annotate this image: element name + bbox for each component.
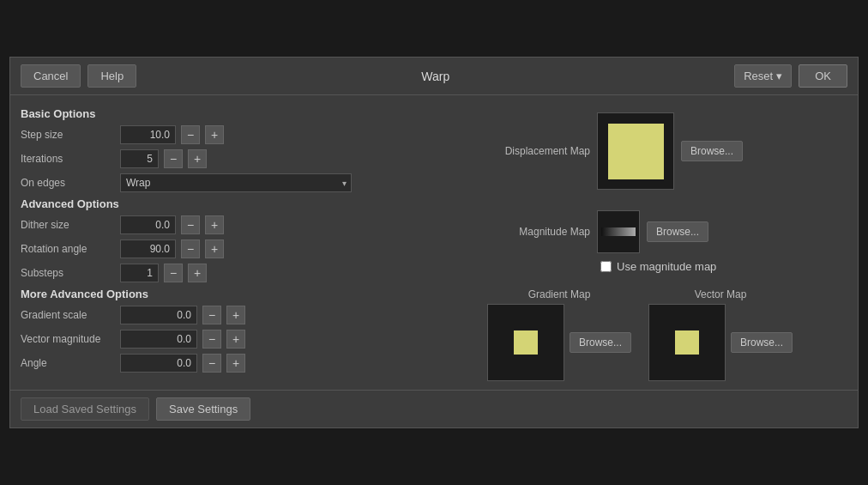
step-size-label: Step size [21,129,115,141]
on-edges-select-wrap: Wrap Smear Black ▾ [120,173,352,192]
vector-map-preview [648,304,726,381]
iterations-input[interactable] [120,149,159,168]
on-edges-label: On edges [21,177,115,189]
step-size-input[interactable] [120,125,176,144]
on-edges-row: On edges Wrap Smear Black ▾ [21,173,470,192]
gradient-map-row: Browse... [487,304,631,381]
save-settings-button[interactable]: Save Settings [156,397,250,421]
displacement-map-section: Displacement Map Browse... [487,112,847,190]
step-size-increment[interactable]: + [205,125,224,144]
magnitude-map-label: Magnitude Map [487,226,590,238]
gradient-map-preview [487,304,564,381]
iterations-increment[interactable]: + [188,149,207,168]
help-button[interactable]: Help [87,64,136,88]
angle-decrement[interactable]: − [202,354,221,373]
gradient-scale-decrement[interactable]: − [202,306,221,324]
basic-options-title: Basic Options [21,107,470,120]
advanced-options-title: Advanced Options [21,197,470,210]
magnitude-map-browse-button[interactable]: Browse... [647,221,708,242]
substeps-decrement[interactable]: − [164,264,183,282]
use-magnitude-row: Use magnitude map [600,260,847,273]
load-settings-button[interactable]: Load Saved Settings [21,397,149,421]
rotation-decrement[interactable]: − [181,239,200,258]
gradient-map-thumbnail [514,330,538,355]
substeps-input[interactable] [120,264,159,282]
reset-button[interactable]: Reset ▾ [734,64,792,88]
magnitude-map-preview [597,210,640,253]
gradient-vector-maps-section: Gradient Map Browse... Vector Map [487,288,847,381]
iterations-label: Iterations [21,153,115,165]
vector-magnitude-row: Vector magnitude − + [21,330,470,349]
substeps-increment[interactable]: + [188,264,207,282]
dither-size-label: Dither size [21,219,115,231]
rotation-increment[interactable]: + [205,239,224,258]
dither-size-input[interactable] [120,215,176,234]
displacement-map-label: Displacement Map [487,145,590,157]
vector-map-row: Browse... [648,304,793,381]
step-size-row: Step size − + [21,125,470,144]
on-edges-select[interactable]: Wrap Smear Black [120,173,352,192]
dialog-title: Warp [143,70,727,83]
vector-magnitude-decrement[interactable]: − [202,330,221,349]
iterations-decrement[interactable]: − [164,149,183,168]
dither-size-row: Dither size − + [21,215,470,234]
vector-magnitude-increment[interactable]: + [226,330,245,349]
gradient-scale-input[interactable] [120,306,197,324]
gradient-scale-label: Gradient scale [21,309,115,321]
magnitude-section: Magnitude Map Browse... Use magnitude ma… [487,202,847,273]
rotation-angle-row: Rotation angle − + [21,239,470,258]
ok-button[interactable]: OK [799,64,847,88]
use-magnitude-checkbox[interactable] [600,261,612,272]
angle-increment[interactable]: + [226,354,245,373]
angle-row: Angle − + [21,354,470,373]
use-magnitude-label: Use magnitude map [617,260,716,273]
rotation-angle-input[interactable] [120,239,176,258]
substeps-label: Substeps [21,267,115,279]
dither-increment[interactable]: + [205,215,224,234]
displacement-map-preview [597,112,674,190]
more-advanced-options-title: More Advanced Options [21,288,470,300]
step-size-decrement[interactable]: − [181,125,200,144]
iterations-row: Iterations − + [21,149,470,168]
gradient-map-block: Gradient Map Browse... [487,288,631,381]
rotation-angle-label: Rotation angle [21,243,115,255]
dither-decrement[interactable]: − [181,215,200,234]
right-panel: Displacement Map Browse... Magnitude Map… [487,104,847,381]
angle-input[interactable] [120,354,197,373]
vector-map-thumbnail [675,330,699,355]
chevron-down-icon: ▾ [776,70,782,82]
cancel-button[interactable]: Cancel [21,64,81,88]
reset-label: Reset [744,70,773,82]
substeps-row: Substeps − + [21,264,470,282]
vector-magnitude-label: Vector magnitude [21,333,115,345]
gradient-scale-increment[interactable]: + [226,306,245,324]
magnitude-map-thumbnail [601,227,636,236]
angle-label: Angle [21,357,115,369]
gradient-map-label: Gradient Map [528,288,591,300]
vector-magnitude-input[interactable] [120,330,197,349]
left-panel: Basic Options Step size − + Iterations −… [21,104,470,381]
titlebar: Cancel Help Warp Reset ▾ OK [10,58,858,95]
vector-map-browse-button[interactable]: Browse... [731,332,793,353]
displacement-map-browse-button[interactable]: Browse... [681,141,743,161]
magnitude-map-row: Magnitude Map Browse... [487,210,847,253]
gradient-scale-row: Gradient scale − + [21,306,470,324]
vector-map-label: Vector Map [695,288,747,300]
displacement-map-thumbnail [608,124,664,179]
vector-map-block: Vector Map Browse... [648,288,793,381]
gradient-map-browse-button[interactable]: Browse... [570,332,631,353]
bottom-buttons: Load Saved Settings Save Settings [10,390,858,427]
